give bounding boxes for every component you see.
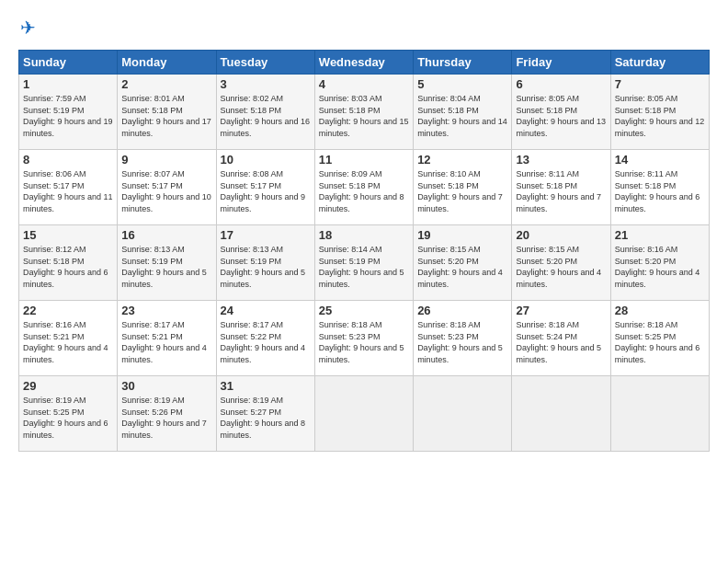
calendar-week-row: 29 Sunrise: 8:19 AMSunset: 5:25 PMDaylig… <box>19 376 710 452</box>
day-info: Sunrise: 8:19 AMSunset: 5:27 PMDaylight:… <box>221 396 306 440</box>
calendar-cell: 21 Sunrise: 8:16 AMSunset: 5:20 PMDaylig… <box>610 225 709 301</box>
day-info: Sunrise: 8:13 AMSunset: 5:19 PMDaylight:… <box>121 245 207 289</box>
day-number: 26 <box>417 304 507 317</box>
day-info: Sunrise: 8:02 AMSunset: 5:18 PMDaylight:… <box>221 94 311 138</box>
day-number: 16 <box>121 228 211 242</box>
calendar-cell: 22 Sunrise: 8:16 AMSunset: 5:21 PMDaylig… <box>19 301 118 376</box>
calendar-cell: 26 Sunrise: 8:18 AMSunset: 5:23 PMDaylig… <box>414 301 512 376</box>
day-info: Sunrise: 8:19 AMSunset: 5:26 PMDaylight:… <box>121 396 207 440</box>
calendar-cell: 6 Sunrise: 8:05 AMSunset: 5:18 PMDayligh… <box>512 75 610 150</box>
calendar-cell: 24 Sunrise: 8:17 AMSunset: 5:22 PMDaylig… <box>216 301 314 376</box>
day-number: 30 <box>121 379 211 393</box>
calendar-cell: 8 Sunrise: 8:06 AMSunset: 5:17 PMDayligh… <box>19 150 118 225</box>
calendar-cell: 28 Sunrise: 8:18 AMSunset: 5:25 PMDaylig… <box>610 301 709 376</box>
day-info: Sunrise: 8:16 AMSunset: 5:20 PMDaylight:… <box>615 245 700 289</box>
calendar-cell: 13 Sunrise: 8:11 AMSunset: 5:18 PMDaylig… <box>512 150 610 225</box>
day-number: 18 <box>319 228 409 242</box>
day-info: Sunrise: 8:17 AMSunset: 5:22 PMDaylight:… <box>221 320 306 364</box>
day-info: Sunrise: 8:15 AMSunset: 5:20 PMDaylight:… <box>516 245 601 289</box>
day-number: 3 <box>221 77 311 91</box>
day-number: 29 <box>23 379 113 393</box>
calendar-cell: 9 Sunrise: 8:07 AMSunset: 5:17 PMDayligh… <box>118 150 216 225</box>
calendar-cell: 20 Sunrise: 8:15 AMSunset: 5:20 PMDaylig… <box>512 225 610 301</box>
day-info: Sunrise: 8:04 AMSunset: 5:18 PMDaylight:… <box>417 94 507 138</box>
day-number: 2 <box>121 77 211 91</box>
day-number: 22 <box>23 304 113 317</box>
day-info: Sunrise: 8:18 AMSunset: 5:24 PMDaylight:… <box>516 320 601 364</box>
header-saturday: Saturday <box>610 51 709 75</box>
calendar-cell: 23 Sunrise: 8:17 AMSunset: 5:21 PMDaylig… <box>118 301 216 376</box>
day-number: 9 <box>121 153 211 167</box>
day-number: 28 <box>615 304 705 317</box>
calendar-cell: 11 Sunrise: 8:09 AMSunset: 5:18 PMDaylig… <box>314 150 413 225</box>
day-info: Sunrise: 8:18 AMSunset: 5:23 PMDaylight:… <box>319 320 404 364</box>
calendar-cell: 31 Sunrise: 8:19 AMSunset: 5:27 PMDaylig… <box>216 376 314 452</box>
calendar-cell: 19 Sunrise: 8:15 AMSunset: 5:20 PMDaylig… <box>414 225 512 301</box>
calendar-cell <box>512 376 610 452</box>
day-info: Sunrise: 8:15 AMSunset: 5:20 PMDaylight:… <box>417 245 503 289</box>
calendar-cell: 25 Sunrise: 8:18 AMSunset: 5:23 PMDaylig… <box>314 301 413 376</box>
day-number: 8 <box>23 153 113 167</box>
day-info: Sunrise: 8:07 AMSunset: 5:17 PMDaylight:… <box>121 169 211 213</box>
header: ✈ <box>18 17 710 39</box>
calendar-week-row: 22 Sunrise: 8:16 AMSunset: 5:21 PMDaylig… <box>19 301 710 376</box>
calendar-week-row: 1 Sunrise: 7:59 AMSunset: 5:19 PMDayligh… <box>19 75 710 150</box>
calendar-cell: 15 Sunrise: 8:12 AMSunset: 5:18 PMDaylig… <box>19 225 118 301</box>
day-info: Sunrise: 8:10 AMSunset: 5:18 PMDaylight:… <box>417 169 503 213</box>
calendar-table: SundayMondayTuesdayWednesdayThursdayFrid… <box>18 50 710 452</box>
logo-bird-icon: ✈ <box>20 17 36 39</box>
calendar-header-row: SundayMondayTuesdayWednesdayThursdayFrid… <box>19 51 710 75</box>
day-info: Sunrise: 8:17 AMSunset: 5:21 PMDaylight:… <box>121 320 207 364</box>
day-info: Sunrise: 8:14 AMSunset: 5:19 PMDaylight:… <box>319 245 404 289</box>
day-info: Sunrise: 8:12 AMSunset: 5:18 PMDaylight:… <box>23 245 108 289</box>
calendar-cell: 18 Sunrise: 8:14 AMSunset: 5:19 PMDaylig… <box>314 225 413 301</box>
day-number: 31 <box>221 379 311 393</box>
day-info: Sunrise: 8:06 AMSunset: 5:17 PMDaylight:… <box>23 169 113 213</box>
day-info: Sunrise: 8:18 AMSunset: 5:25 PMDaylight:… <box>615 320 700 364</box>
day-info: Sunrise: 8:19 AMSunset: 5:25 PMDaylight:… <box>23 396 108 440</box>
header-sunday: Sunday <box>19 51 118 75</box>
day-number: 23 <box>121 304 211 317</box>
day-number: 5 <box>417 77 507 91</box>
calendar-cell: 2 Sunrise: 8:01 AMSunset: 5:18 PMDayligh… <box>118 75 216 150</box>
calendar-cell: 12 Sunrise: 8:10 AMSunset: 5:18 PMDaylig… <box>414 150 512 225</box>
calendar-cell: 1 Sunrise: 7:59 AMSunset: 5:19 PMDayligh… <box>19 75 118 150</box>
day-number: 17 <box>221 228 311 242</box>
calendar-cell: 29 Sunrise: 8:19 AMSunset: 5:25 PMDaylig… <box>19 376 118 452</box>
calendar-cell <box>314 376 413 452</box>
day-number: 4 <box>319 77 409 91</box>
header-wednesday: Wednesday <box>314 51 413 75</box>
calendar-cell: 16 Sunrise: 8:13 AMSunset: 5:19 PMDaylig… <box>118 225 216 301</box>
calendar-week-row: 8 Sunrise: 8:06 AMSunset: 5:17 PMDayligh… <box>19 150 710 225</box>
calendar-cell <box>414 376 512 452</box>
calendar-cell: 10 Sunrise: 8:08 AMSunset: 5:17 PMDaylig… <box>216 150 314 225</box>
day-info: Sunrise: 8:05 AMSunset: 5:18 PMDaylight:… <box>615 94 705 138</box>
header-tuesday: Tuesday <box>216 51 314 75</box>
calendar-cell <box>610 376 709 452</box>
day-info: Sunrise: 8:05 AMSunset: 5:18 PMDaylight:… <box>516 94 606 138</box>
calendar-cell: 7 Sunrise: 8:05 AMSunset: 5:18 PMDayligh… <box>610 75 709 150</box>
day-info: Sunrise: 8:18 AMSunset: 5:23 PMDaylight:… <box>417 320 503 364</box>
day-info: Sunrise: 8:11 AMSunset: 5:18 PMDaylight:… <box>615 169 700 213</box>
day-number: 1 <box>23 77 113 91</box>
day-number: 19 <box>417 228 507 242</box>
day-number: 6 <box>516 77 606 91</box>
header-thursday: Thursday <box>414 51 512 75</box>
day-number: 15 <box>23 228 113 242</box>
day-info: Sunrise: 8:16 AMSunset: 5:21 PMDaylight:… <box>23 320 108 364</box>
calendar-week-row: 15 Sunrise: 8:12 AMSunset: 5:18 PMDaylig… <box>19 225 710 301</box>
day-number: 7 <box>615 77 705 91</box>
day-number: 10 <box>221 153 311 167</box>
header-monday: Monday <box>118 51 216 75</box>
day-number: 13 <box>516 153 606 167</box>
day-number: 11 <box>319 153 409 167</box>
calendar-cell: 5 Sunrise: 8:04 AMSunset: 5:18 PMDayligh… <box>414 75 512 150</box>
day-info: Sunrise: 7:59 AMSunset: 5:19 PMDaylight:… <box>23 94 113 138</box>
day-info: Sunrise: 8:11 AMSunset: 5:18 PMDaylight:… <box>516 169 601 213</box>
calendar-cell: 3 Sunrise: 8:02 AMSunset: 5:18 PMDayligh… <box>216 75 314 150</box>
day-number: 27 <box>516 304 606 317</box>
day-number: 14 <box>615 153 705 167</box>
calendar-cell: 14 Sunrise: 8:11 AMSunset: 5:18 PMDaylig… <box>610 150 709 225</box>
day-info: Sunrise: 8:08 AMSunset: 5:17 PMDaylight:… <box>221 169 306 213</box>
calendar-cell: 17 Sunrise: 8:13 AMSunset: 5:19 PMDaylig… <box>216 225 314 301</box>
